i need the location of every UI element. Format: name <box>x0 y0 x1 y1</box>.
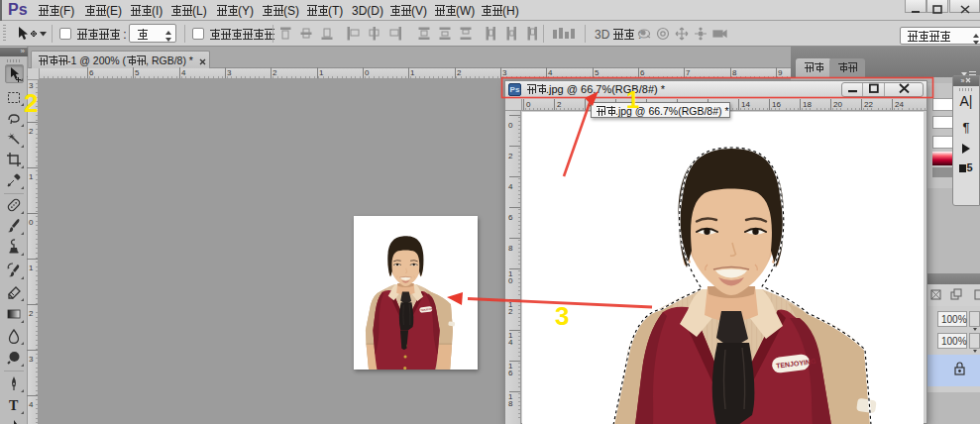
svg-text:T: T <box>9 398 19 413</box>
